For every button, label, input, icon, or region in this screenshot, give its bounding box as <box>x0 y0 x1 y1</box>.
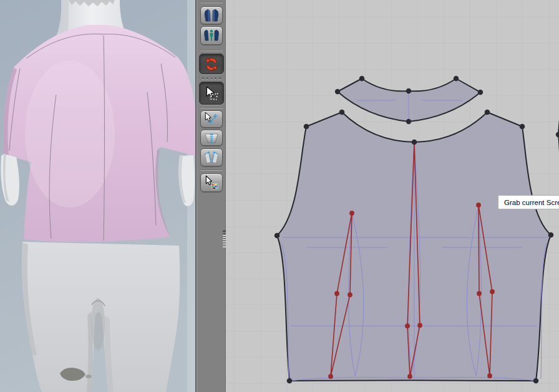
color-palette-cursor-icon <box>203 175 220 190</box>
edit-points-icon <box>203 112 220 127</box>
dart-open-tool-button[interactable] <box>200 148 223 166</box>
edit-pattern-points-button[interactable] <box>200 110 223 128</box>
avatar-garment-icon <box>203 29 220 42</box>
open-dart-icon <box>203 150 220 165</box>
closed-dart-icon <box>203 131 220 145</box>
sync-arrows-icon <box>204 57 219 72</box>
tooltip-text: Grab current Scre <box>504 199 559 206</box>
sync-2d-3d-button[interactable] <box>199 54 224 74</box>
toolbar-separator <box>200 170 223 171</box>
tool-palette <box>197 0 226 392</box>
toolbar-grip-dots <box>202 77 221 80</box>
edit-texture-button[interactable] <box>200 173 223 192</box>
garment-pair-icon <box>203 9 220 22</box>
garment-cad-window: Grab current Scre <box>0 0 559 392</box>
toolbar-separator <box>200 2 223 3</box>
toolbar-separator <box>200 50 223 51</box>
select-transform-icon <box>203 85 220 102</box>
pattern-piece-back-bodice[interactable] <box>275 110 554 384</box>
toolbar-separator <box>200 107 223 108</box>
viewport-3d[interactable] <box>0 0 197 392</box>
show-avatar-with-garment-button[interactable] <box>200 26 223 45</box>
dart-closed-tool-button[interactable] <box>200 130 223 146</box>
transform-pattern-button[interactable] <box>199 82 224 105</box>
tooltip: Grab current Scre <box>498 195 559 209</box>
panel-splitter-grip[interactable] <box>223 231 226 247</box>
avatar-3d-scene <box>0 0 197 392</box>
show-garment-pieces-button[interactable] <box>200 6 223 24</box>
